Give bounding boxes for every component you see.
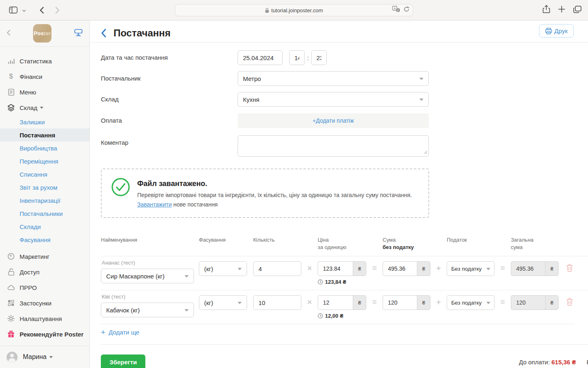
sidebar-item-leftovers[interactable]: Залишки <box>0 115 89 128</box>
minute-input[interactable] <box>311 50 327 65</box>
chevron-down-icon[interactable] <box>22 7 26 14</box>
trash-icon <box>566 298 573 306</box>
add-payment-link[interactable]: +Додати платіж <box>312 117 354 124</box>
sidebar-item-warehouses[interactable]: Склади <box>0 220 89 233</box>
tabs-overview-icon[interactable] <box>573 6 581 15</box>
sidebar-item-inventories[interactable]: Інвентаризації <box>0 194 89 207</box>
tax-select[interactable]: Без податку <box>447 295 494 310</box>
price-field: ₴ <box>318 261 366 276</box>
address-bar[interactable]: tutorial.joinposter.com Aa <box>175 4 413 16</box>
sidebar-item-suppliers[interactable]: Постачальники <box>0 207 89 220</box>
upload-success-notice: Файл завантажено. Перевірте імпортовані … <box>101 168 429 218</box>
notice-link-suffix: нове постачання <box>174 201 218 208</box>
comment-input[interactable] <box>238 135 429 157</box>
price-input[interactable] <box>318 295 353 310</box>
grid-icon <box>7 300 15 306</box>
delete-row-button[interactable] <box>566 264 576 274</box>
tax-select[interactable]: Без податку <box>447 261 494 276</box>
sidebar-item-access[interactable]: Доступ <box>0 264 89 280</box>
upload-again-link[interactable]: Завантажити <box>137 201 172 208</box>
print-button[interactable]: Друк <box>539 24 574 38</box>
sidebar-item-productions[interactable]: Виробництва <box>0 141 89 155</box>
due-total: До оплати: 615,36 ₴ <box>519 359 576 366</box>
clock-icon <box>7 253 15 260</box>
price-field: ₴ <box>318 295 366 310</box>
payment-panel: +Додати платіж <box>238 113 429 128</box>
sidebar-item-prro[interactable]: ПРРО <box>0 280 89 295</box>
chevron-down-icon <box>49 356 53 358</box>
sidebar: Poster Статистика $ Фінанси Меню <box>0 20 90 368</box>
delete-row-button[interactable] <box>566 298 576 307</box>
grand-total: Разом: 615,36 ₴ <box>587 359 588 366</box>
sidebar-item-apps[interactable]: Застосунки <box>0 295 89 311</box>
pos-terminal-icon[interactable] <box>74 29 83 38</box>
date-input[interactable] <box>238 50 283 65</box>
lock-icon <box>265 8 269 13</box>
collapse-sidebar-icon[interactable] <box>7 29 11 38</box>
supply-form: Дата та час постачання : Постачальник Ме… <box>90 43 588 158</box>
warehouse-select[interactable]: Кухня <box>238 92 429 107</box>
col-header-name: Найменування <box>101 236 194 251</box>
sidebar-item-movement-report[interactable]: Звіт за рухом <box>0 181 89 194</box>
warehouse-label: Склад <box>101 92 238 103</box>
currency-addon: ₴ <box>417 295 430 310</box>
comment-label: Коментар <box>101 135 238 146</box>
translate-icon[interactable]: Aa <box>392 6 400 13</box>
bar-chart-icon <box>7 58 15 65</box>
form-footer: Зберегти До оплати: 615,36 ₴ Разом: 615,… <box>101 344 588 368</box>
due-value: 615,36 ₴ <box>551 359 576 366</box>
sidebar-item-transfers[interactable]: Переміщення <box>0 155 89 168</box>
currency-addon: ₴ <box>417 261 430 276</box>
sum-field: ₴ <box>383 295 430 310</box>
sidebar-item-packing[interactable]: Фасування <box>0 233 89 246</box>
browser-toolbar: tutorial.joinposter.com Aa <box>0 0 588 20</box>
supplier-select[interactable]: Метро <box>238 71 429 86</box>
document-icon <box>7 89 15 96</box>
poster-logo[interactable]: Poster <box>33 24 51 43</box>
add-more-link[interactable]: + Додати ще <box>101 324 575 341</box>
qty-input[interactable] <box>253 295 301 310</box>
new-tab-icon[interactable] <box>558 6 565 14</box>
hour-input[interactable] <box>289 50 305 65</box>
sidebar-item-statistics[interactable]: Статистика <box>0 53 89 69</box>
imported-name-hint: Ананас (тест) <box>101 260 194 266</box>
sidebar-item-recommend[interactable]: Рекомендуйте Poster <box>0 326 89 342</box>
check-circle-icon <box>111 177 130 197</box>
forward-icon[interactable] <box>51 4 64 16</box>
total-field: ₴ <box>511 295 559 310</box>
share-icon[interactable] <box>543 5 550 15</box>
save-button[interactable]: Зберегти <box>101 355 145 368</box>
sidebar-item-warehouse[interactable]: Склад <box>0 100 89 115</box>
sidebar-item-marketing[interactable]: Маркетинг <box>0 249 89 264</box>
sidebar-item-writeoffs[interactable]: Списання <box>0 168 89 181</box>
packing-select[interactable]: (кг) <box>199 295 247 310</box>
reload-icon[interactable] <box>403 6 410 13</box>
sidebar-item-menu[interactable]: Меню <box>0 84 89 100</box>
col-header-total: Загальнасума <box>511 236 559 251</box>
product-select[interactable]: Кабачок (кг) <box>101 303 194 317</box>
sidebar-item-finance[interactable]: $ Фінанси <box>0 69 89 84</box>
payment-label: Оплата <box>101 113 238 124</box>
user-menu[interactable]: Марина <box>0 346 89 368</box>
sidebar-item-settings[interactable]: Налаштування <box>0 311 89 326</box>
equals-operator: = <box>366 264 383 273</box>
supplier-label: Постачальник <box>101 71 238 82</box>
equals-operator: = <box>366 298 383 307</box>
sum-input[interactable] <box>383 261 417 276</box>
back-icon[interactable] <box>35 4 48 16</box>
col-header-qty: Кількість <box>253 236 301 251</box>
currency-addon: ₴ <box>353 261 366 276</box>
resize-grip[interactable] <box>424 148 428 156</box>
sidebar-toggle-icon[interactable] <box>7 4 20 16</box>
notice-description: Перевірте імпортовані товари та інгредіє… <box>137 192 412 198</box>
svg-text:a: a <box>397 9 399 11</box>
product-select[interactable]: Сир Маскарпоне (кг) <box>101 269 194 283</box>
sum-input[interactable] <box>383 295 417 310</box>
qty-input[interactable] <box>253 261 301 276</box>
url-text: tutorial.joinposter.com <box>271 7 323 13</box>
packing-select[interactable]: (кг) <box>199 261 247 276</box>
price-input[interactable] <box>318 261 353 276</box>
items-table: Найменування Фасування Кількість Ціназа … <box>90 236 588 341</box>
page-back-button[interactable] <box>101 29 106 38</box>
sidebar-item-supplies[interactable]: Постачання <box>0 128 89 141</box>
